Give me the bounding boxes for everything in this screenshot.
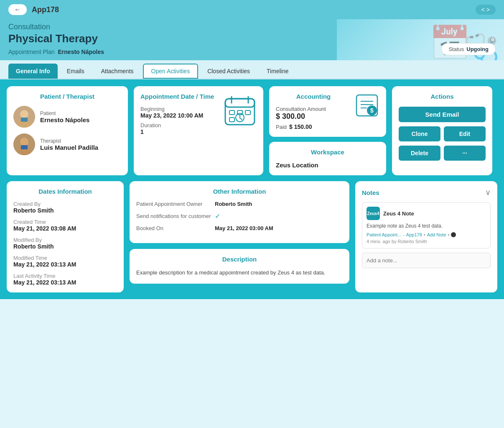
modified-by-label: Modified By (13, 237, 117, 243)
delete-more-row: Delete ··· (399, 146, 486, 161)
modified-by-value: Roberto Smith (13, 243, 117, 250)
note-meta-appid[interactable]: App178 (406, 232, 422, 237)
status-value: Upgoing (466, 46, 489, 52)
clone-edit-row: Clone Edit (399, 126, 486, 141)
note-body: Example note as Zeus 4 test data. (367, 223, 486, 230)
created-time-value: May 21, 2022 03:08 AM (13, 225, 117, 232)
last-activity-time-label: Last Activity Time (13, 273, 117, 279)
dates-information-title: Dates Information (13, 188, 117, 195)
beginning-label: Beginning (140, 106, 219, 112)
back-button[interactable]: ← (8, 4, 27, 15)
patient-therapist-title: Patient / Therapist (13, 93, 121, 100)
paid-value: $ 150.00 (289, 123, 312, 130)
svg-rect-7 (21, 145, 28, 149)
note-meta-sep1: - (403, 232, 405, 237)
patient-info: Patient Ernesto Nápoles (40, 110, 89, 123)
other-information-title: Other Information (136, 188, 343, 195)
patient-row: Patient Ernesto Nápoles (13, 106, 121, 128)
other-information-card: Other Information Patient Appointment Ow… (130, 181, 349, 243)
svg-point-1 (20, 110, 28, 118)
booked-on-label: Booked On (136, 225, 211, 231)
owner-row: Patient Appointment Owner Roberto Smith (136, 201, 343, 207)
booked-on-row: Booked On May 21, 2022 03:00 AM (136, 225, 343, 231)
therapist-avatar (13, 133, 35, 155)
paid-label: Paid (276, 124, 287, 130)
duration-label: Duration (140, 122, 219, 128)
description-card: Description Example description for a me… (130, 249, 349, 284)
cards-row-1: Patient / Therapist Patient Ernesto Nápo… (7, 86, 497, 175)
more-button[interactable]: ··· (444, 146, 486, 161)
notes-card: Notes ∨ Zeus4 Zeus 4 Note Example note a… (355, 181, 497, 292)
created-by-label: Created By (13, 201, 117, 207)
note-logo: Zeus4 (367, 207, 380, 220)
svg-rect-3 (21, 118, 28, 122)
tab-attachments[interactable]: Attachments (94, 64, 141, 79)
appointment-plan-name: Ernesto Nápoles (58, 49, 104, 55)
paid-row: Paid $ 150.00 (276, 123, 351, 130)
app-id: App178 (32, 5, 59, 14)
modified-time-value: May 21, 2022 03:13 AM (13, 261, 117, 268)
svg-point-5 (20, 138, 28, 146)
patient-role-label: Patient (40, 110, 89, 116)
status-badge: Status Upgoing (441, 43, 496, 55)
consultation-amount-value: $ 300.00 (276, 112, 351, 121)
notifications-check: ✓ (215, 212, 220, 220)
delete-button[interactable]: Delete (399, 146, 440, 161)
dates-information-card: Dates Information Created By Roberto Smi… (7, 181, 124, 292)
tabs-bar: General Info Emails Attachments Open Act… (0, 60, 504, 79)
note-meta: Patient Appoint... - App178 • Add Note •… (367, 232, 486, 244)
last-activity-time-value: May 21, 2022 03:13 AM (13, 279, 117, 286)
created-time-label: Created Time (13, 219, 117, 225)
patient-name: Ernesto Nápoles (40, 116, 89, 123)
tab-general-info[interactable]: General Info (8, 64, 58, 79)
svg-text:$: $ (370, 107, 374, 114)
send-email-button[interactable]: Send Email (399, 107, 486, 122)
appointment-plan-label: Appointment Plan (8, 49, 55, 55)
add-note-input[interactable] (362, 253, 491, 268)
workspace-value: Zeus Location (276, 161, 379, 169)
patient-avatar (13, 106, 35, 128)
note-meta-appt[interactable]: Patient Appoint... (367, 232, 401, 237)
actions-card: Actions Send Email Clone Edit Delete ··· (392, 86, 492, 175)
calendar-icon (223, 95, 257, 130)
modified-time-label: Modified Time (13, 255, 117, 261)
notes-collapse-icon[interactable]: ∨ (485, 188, 491, 197)
tab-closed-activities[interactable]: Closed Activities (200, 64, 257, 79)
patient-therapist-card: Patient / Therapist Patient Ernesto Nápo… (7, 86, 128, 175)
tab-timeline[interactable]: Timeline (259, 64, 296, 79)
therapist-name: Luis Manuel Padilla (40, 144, 98, 151)
clone-button[interactable]: Clone (399, 126, 440, 141)
accounting-title: Accounting (276, 93, 351, 100)
therapist-info: Therapist Luis Manuel Padilla (40, 138, 98, 151)
note-meta-addnote[interactable]: Add Note (427, 232, 446, 237)
actions-title: Actions (399, 93, 486, 100)
notes-header: Notes ∨ (362, 188, 491, 197)
note-item: Zeus4 Zeus 4 Note Example note as Zeus 4… (362, 202, 491, 249)
svg-rect-14 (245, 110, 250, 115)
note-meta-bullet2: • (448, 232, 450, 237)
svg-rect-12 (229, 110, 234, 115)
duration-value: 1 (140, 128, 219, 135)
therapist-row: Therapist Luis Manuel Padilla (13, 133, 121, 155)
status-label: Status (448, 46, 464, 52)
svg-line-18 (240, 118, 242, 120)
header-section: Consultation Physical Therapy Appointmen… (0, 19, 504, 60)
therapist-role-label: Therapist (40, 138, 98, 144)
accounting-card: Accounting Consultation Amount $ 300.00 … (269, 86, 386, 137)
edit-button[interactable]: Edit (444, 126, 486, 141)
note-title-row: Zeus4 Zeus 4 Note (367, 207, 486, 220)
nav-arrows-button[interactable]: < > (476, 5, 496, 15)
top-bar-left: ← App178 (8, 4, 59, 15)
bottom-row: Dates Information Created By Roberto Smi… (7, 181, 497, 292)
workspace-card: Workspace Zeus Location (269, 142, 386, 175)
booked-on-value: May 21, 2022 03:00 AM (215, 225, 273, 231)
main-content: Patient / Therapist Patient Ernesto Nápo… (0, 79, 504, 299)
tab-emails[interactable]: Emails (59, 64, 92, 79)
notes-title: Notes (362, 189, 379, 196)
description-text: Example description for a medical appoin… (136, 269, 343, 277)
top-bar: ← App178 < > (0, 0, 504, 19)
owner-value: Roberto Smith (215, 201, 252, 207)
note-meta-bullet1: • (424, 232, 425, 237)
workspace-title: Workspace (276, 149, 379, 156)
tab-open-activities[interactable]: Open Activities (143, 64, 199, 79)
